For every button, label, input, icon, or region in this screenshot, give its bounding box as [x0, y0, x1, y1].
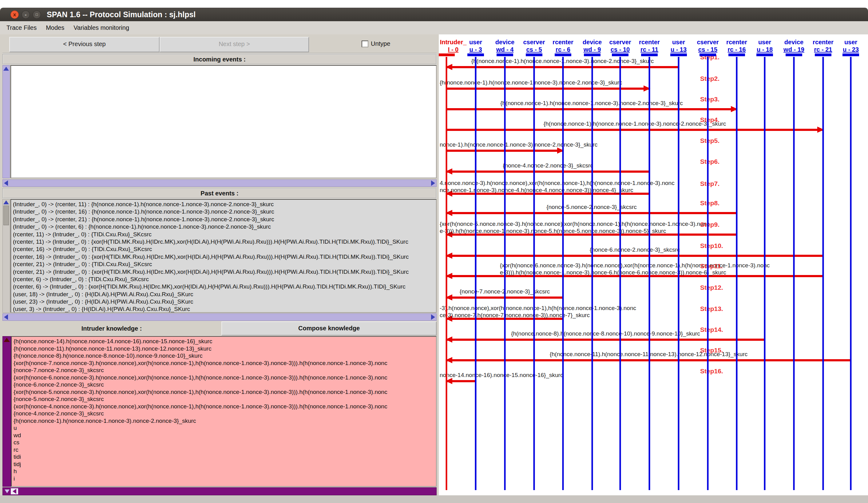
- message-text-line: {h(nonce.nonce-8).h(nonce.nonce-8.nonce-…: [511, 330, 700, 337]
- lifeline-wd-9-name: device: [583, 39, 602, 46]
- lifeline-u-3-bar: [467, 53, 484, 56]
- previous-step-button[interactable]: < Previous step: [9, 37, 159, 52]
- lifeline-u-13-bar: [670, 53, 687, 56]
- scroll-up-icon[interactable]: [3, 200, 9, 205]
- msc-step-6-arrow: [446, 170, 649, 173]
- past-events-header: Past events :: [2, 188, 437, 199]
- knowledge-row: tidj: [13, 461, 436, 468]
- lifeline-rc-11-id: rc - 11: [640, 46, 658, 53]
- intruder-knowledge-list[interactable]: {h(nonce.nonce-14).h(nonce.nonce-14.nonc…: [11, 336, 437, 487]
- past-event-row: (rcenter, 21) -> (Intruder_, 0) : {xor(H…: [13, 268, 436, 276]
- lifeline-wd-4: [504, 57, 506, 490]
- lifeline-rc-6-id: rc - 6: [556, 46, 570, 53]
- lifeline-u-23-id: u - 23: [843, 46, 859, 53]
- scroll-right-icon[interactable]: [431, 180, 435, 186]
- knowledge-row: {xor(h(nonce-4.nonce.nonce-3).h(nonce.no…: [13, 403, 436, 410]
- incoming-events-hscrollbar[interactable]: [2, 179, 437, 187]
- window-hscrollbar[interactable]: [0, 495, 868, 503]
- lifeline-u-23-bar: [843, 53, 859, 56]
- message-text-line: ce-3).nonce-7.h(nonce-7.nonce.nonce-3)).…: [440, 312, 636, 319]
- lifeline-rc-11: [649, 57, 650, 490]
- lifeline-rc-21-bar: [815, 53, 831, 56]
- knowledge-row: u: [13, 425, 436, 432]
- past-events-list[interactable]: (Intruder_, 0) -> (rcenter, 11) : {h(non…: [10, 199, 437, 313]
- maximize-button[interactable]: □: [33, 10, 41, 19]
- msc-step-5-label: Step5.: [700, 137, 720, 144]
- lifeline-u-3-name: user: [469, 39, 482, 46]
- lifeline-rc-21-id: rc - 21: [814, 46, 832, 53]
- message-text-line: e-3))).h(h(nonce.nonce-1.nonce-3).nonce-…: [440, 227, 710, 234]
- incoming-events-vscrollbar[interactable]: [2, 65, 10, 178]
- past-event-row: (Intruder_, 0) -> (rcenter, 21) : {h(non…: [13, 216, 436, 223]
- lifeline-u-3: [475, 57, 477, 490]
- knowledge-row: {h(nonce.nonce-11).h(nonce.nonce-11.nonc…: [13, 345, 436, 353]
- lifeline-wd-19-bar: [786, 53, 802, 56]
- msc-step-6-label: Step6.: [700, 158, 720, 165]
- knowledge-hscrollbar[interactable]: [2, 487, 437, 495]
- scroll-left-button[interactable]: [11, 488, 18, 494]
- scroll-down-icon[interactable]: [4, 490, 10, 493]
- lifeline-cs-15-id: cs - 15: [698, 46, 717, 53]
- scroll-right-icon[interactable]: [431, 314, 435, 320]
- msc-step-5-message: nonce-1).h(nonce.nonce-1.nonce-3).nonce-…: [440, 141, 597, 148]
- past-event-row: (rcenter, 21) -> (Intruder_, 0) : {TIDi.…: [13, 261, 436, 268]
- lifeline-cs-15: [707, 57, 709, 490]
- scroll-up-icon[interactable]: [3, 67, 9, 71]
- message-text-line: {xor(h(nonce-5.nonce.nonce-3).h(nonce.no…: [440, 220, 710, 227]
- lifeline-wd-4-name: device: [495, 39, 514, 46]
- knowledge-row: wd: [13, 432, 436, 439]
- message-text-line: {nonce-4.nonce-2.nonce-3}_skcsrc: [503, 162, 593, 169]
- knowledge-row: {h(nonce.nonce-14).h(nonce.nonce-14.nonc…: [13, 338, 436, 345]
- lifeline-wd-9-id: wd - 9: [583, 46, 601, 53]
- untype-label: Untype: [371, 40, 390, 47]
- knowledge-row: {xor(h(nonce-6.nonce.nonce-3).h(nonce.no…: [13, 374, 436, 381]
- msc-step-4-label: Step4.: [700, 116, 720, 124]
- lifeline-wd-19-name: device: [784, 39, 804, 46]
- msc-canvas[interactable]: {h(nonce.nonce-1).h(nonce.nonce-1.nonce-…: [439, 34, 868, 492]
- menu-item-trace-files[interactable]: Trace Files: [2, 21, 41, 34]
- lifeline-rc-21: [823, 57, 824, 490]
- menu-item-variables-monitoring[interactable]: Variables monitoring: [69, 21, 134, 34]
- lifeline-u-18-id: u - 18: [757, 46, 773, 53]
- lifeline-rc-11-name: rcenter: [639, 39, 660, 46]
- scroll-left-icon[interactable]: [4, 314, 8, 320]
- knowledge-row: h: [13, 468, 436, 475]
- lifeline-u-18: [764, 57, 766, 490]
- msc-step-7-label: Step7.: [700, 180, 720, 187]
- lifeline-cs-5-name: cserver: [523, 39, 545, 46]
- lifeline-rc-16-name: rcenter: [726, 39, 747, 46]
- past-events-vscrollbar[interactable]: [2, 199, 10, 313]
- msc-step-12-label: Step12.: [700, 284, 723, 291]
- lifeline-i-0-bar: [439, 53, 455, 56]
- minimize-button[interactable]: -: [21, 10, 30, 19]
- lifeline-cs-10: [620, 57, 621, 490]
- lifeline-wd-9: [591, 57, 593, 490]
- lifeline-cs-5-bar: [526, 53, 542, 56]
- past-events-hscrollbar[interactable]: [2, 313, 437, 321]
- lifeline-cs-10-name: cserver: [609, 39, 631, 46]
- knowledge-row: {xor(h(nonce-7.nonce.nonce-3).h(nonce.no…: [13, 359, 436, 367]
- msc-step-15-label: Step15.: [700, 347, 723, 354]
- lifeline-cs-15-bar: [700, 53, 716, 56]
- message-text-line: {h(nonce.nonce-1).h(nonce.nonce-1.nonce-…: [544, 120, 726, 127]
- compose-knowledge-tab[interactable]: Compose knowledge: [221, 322, 437, 336]
- past-event-row: (user, 18) -> (Intruder_, 0) : {H(IDi.Ai…: [13, 291, 436, 298]
- scroll-left-icon[interactable]: [4, 180, 8, 186]
- scrollbar-thumb[interactable]: [3, 206, 9, 225]
- msc-step-9-message: {xor(h(nonce-5.nonce.nonce-3).h(nonce.no…: [440, 220, 710, 234]
- untype-checkbox[interactable]: [362, 41, 368, 47]
- intruder-knowledge-tab[interactable]: Intruder knowledge :: [2, 322, 221, 336]
- scroll-up-icon[interactable]: [4, 338, 10, 342]
- msc-step-10-arrow: [446, 255, 823, 257]
- incoming-events-list[interactable]: [10, 65, 437, 178]
- next-step-button[interactable]: Next step >: [159, 37, 309, 52]
- menu-item-modes[interactable]: Modes: [41, 21, 69, 34]
- msc-step-8-label: Step8.: [700, 199, 720, 207]
- lifeline-wd-4-id: wd - 4: [496, 46, 514, 53]
- knowledge-row: {h(nonce.nonce-1).h(nonce.nonce-1.nonce-…: [13, 417, 436, 425]
- knowledge-vscrollbar[interactable]: [2, 336, 11, 487]
- message-text-line: -3).h(nonce.nonce),xor(h(nonce.nonce-1),…: [440, 304, 636, 312]
- close-button[interactable]: x: [10, 10, 19, 19]
- scroll-left-icon: [13, 489, 16, 494]
- lifeline-rc-21-name: rcenter: [813, 39, 834, 46]
